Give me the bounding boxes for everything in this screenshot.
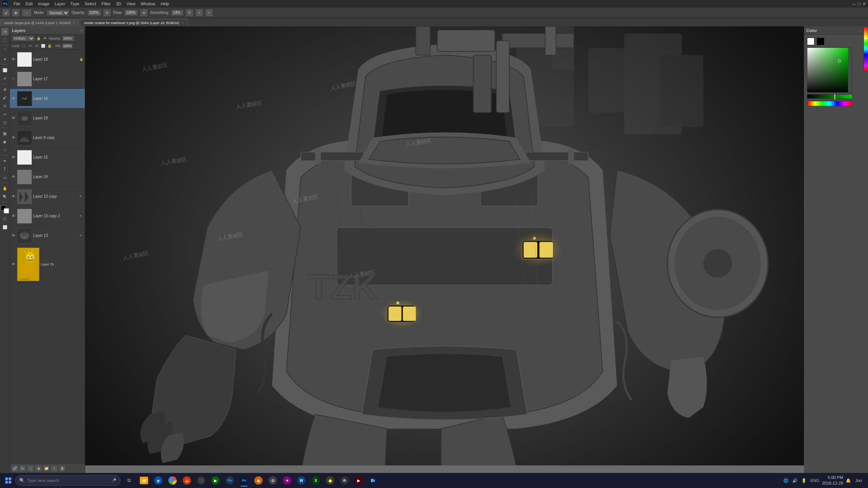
menu-help[interactable]: Help bbox=[161, 2, 170, 6]
shape-tool[interactable]: ▭ bbox=[1, 174, 9, 181]
menu-ps[interactable]: Ps bbox=[2, 0, 8, 7]
fill-value[interactable] bbox=[62, 43, 73, 49]
taskbar-app-11[interactable]: W bbox=[295, 474, 308, 487]
layer-item-18[interactable]: 👁 Layer 18 🔒 bbox=[10, 50, 85, 69]
taskbar-edge[interactable]: e bbox=[151, 474, 165, 487]
tab-2-close[interactable]: × bbox=[182, 21, 183, 25]
tab-2[interactable]: render octane for mainlover 2.png @ 264%… bbox=[80, 19, 188, 26]
lasso-tool[interactable]: ⌒ bbox=[1, 47, 9, 55]
layer-eye-25[interactable]: 👁 bbox=[11, 262, 16, 267]
add-style-icon[interactable]: fx bbox=[19, 465, 26, 472]
canvas-area[interactable]: TZK 09 bbox=[85, 26, 804, 473]
layer-eye-18[interactable]: 👁 bbox=[11, 57, 16, 62]
window-minimize[interactable]: – bbox=[853, 1, 856, 7]
history-brush-tool[interactable]: ↩ bbox=[1, 110, 9, 118]
taskbar-file-explorer[interactable]: 📁 bbox=[137, 474, 151, 487]
healing-tool[interactable]: ⊕ bbox=[1, 85, 9, 93]
add-group-icon[interactable]: 📁 bbox=[43, 465, 50, 472]
taskbar-app-15[interactable]: ▶ bbox=[352, 474, 365, 487]
taskbar-photoshop-active[interactable]: Ps bbox=[237, 474, 251, 487]
add-layer-icon[interactable]: + bbox=[51, 465, 58, 472]
layer-item-8copy[interactable]: 👁 Layer 8 copy bbox=[10, 128, 85, 148]
volume-icon[interactable]: 🔊 bbox=[791, 478, 799, 483]
layer-eye-13copy[interactable]: 👁 bbox=[11, 194, 16, 199]
task-view-button[interactable]: ⧉ bbox=[122, 474, 136, 487]
zoom-tool[interactable]: 🔍 bbox=[1, 193, 9, 200]
hue-spectrum[interactable] bbox=[863, 26, 868, 72]
layer-item-17[interactable]: 👁 Layer 17 bbox=[10, 69, 85, 89]
menu-3d[interactable]: 3D bbox=[116, 2, 121, 6]
menu-image[interactable]: Image bbox=[38, 2, 50, 6]
hand-tool[interactable]: ✋ bbox=[1, 185, 9, 192]
menu-edit[interactable]: Edit bbox=[26, 2, 33, 6]
color-gradient-box[interactable] bbox=[807, 47, 852, 93]
lock-transparent-icon[interactable]: ⬚ bbox=[21, 43, 27, 49]
brush-size-icon[interactable]: ○ bbox=[22, 9, 32, 17]
menu-window[interactable]: Window bbox=[141, 2, 155, 6]
crop-tool[interactable]: ⬜ bbox=[1, 66, 9, 74]
brush-preset-icon[interactable]: ◉ bbox=[12, 9, 20, 17]
layer-eye-17[interactable]: 👁 bbox=[11, 77, 16, 81]
smoothing-input[interactable] bbox=[171, 10, 183, 16]
layer-eye-16[interactable]: 👁 bbox=[11, 96, 16, 101]
smoothing-options-icon[interactable]: ⚙ bbox=[186, 9, 193, 17]
layer-eye-8copy[interactable]: 👁 bbox=[11, 136, 16, 140]
angle-icon[interactable]: ↗ bbox=[196, 9, 203, 17]
taskbar-chrome[interactable] bbox=[166, 474, 179, 487]
eyedropper-tool[interactable]: ✐ bbox=[1, 75, 9, 82]
magic-wand-tool[interactable]: ✦ bbox=[1, 55, 9, 63]
mode-select[interactable]: Normal bbox=[47, 10, 69, 16]
taskbar-app-13[interactable]: ◉ bbox=[323, 474, 337, 487]
add-adjustment-icon[interactable]: ◑ bbox=[35, 465, 42, 472]
menu-view[interactable]: View bbox=[127, 2, 136, 6]
network-icon[interactable]: 🌐 bbox=[782, 478, 790, 483]
pen-tool[interactable]: ✒ bbox=[1, 157, 9, 165]
taskbar-app-5[interactable]: ⬛ bbox=[194, 474, 208, 487]
eraser-tool[interactable]: ◻ bbox=[1, 119, 9, 126]
move-tool[interactable]: ✛ bbox=[1, 28, 9, 35]
taskbar-app-12[interactable]: X bbox=[309, 474, 322, 487]
taskbar-app-7[interactable]: Ps bbox=[223, 474, 237, 487]
delete-layer-icon[interactable]: 🗑 bbox=[59, 465, 66, 472]
taskbar-app-9[interactable]: ⊙ bbox=[266, 474, 280, 487]
layer-eye-13copy2[interactable]: 👁 bbox=[11, 214, 16, 218]
taskbar-app-4[interactable]: 🦊 bbox=[180, 474, 194, 487]
opacity-value[interactable] bbox=[62, 36, 74, 41]
window-restore[interactable]: □ bbox=[858, 2, 860, 6]
brush-tool[interactable]: 🖌 bbox=[1, 94, 9, 101]
lock-artboard-icon[interactable]: ⬜ bbox=[41, 43, 46, 49]
search-bar[interactable]: 🔍 Type here search 🎤 bbox=[15, 475, 121, 486]
selection-tool[interactable]: ⬚ bbox=[1, 36, 9, 44]
taskbar-app-10[interactable]: ✦ bbox=[280, 474, 294, 487]
hue-bar[interactable] bbox=[807, 101, 852, 106]
clone-tool[interactable]: ⊙ bbox=[1, 102, 9, 110]
battery-icon[interactable]: 🔋 bbox=[800, 478, 808, 483]
brush-tool-icon[interactable]: 🖌 bbox=[2, 9, 10, 17]
tab-1[interactable]: render target.pne @ 143% (Layer 1, RGB/8… bbox=[0, 19, 79, 26]
blur-tool[interactable]: ◉ bbox=[1, 138, 9, 145]
lock-position-icon[interactable]: ✛ bbox=[34, 43, 40, 49]
layer-item-13copy2[interactable]: 👁 Layer 13 copy 2 ◈ bbox=[10, 206, 85, 226]
blend-mode-select[interactable]: Multiply Normal Screen bbox=[12, 36, 35, 41]
taskbar-app-8[interactable]: ◈ bbox=[252, 474, 265, 487]
screen-mode-icon[interactable]: ⬜ bbox=[1, 223, 9, 231]
taskbar-app-16[interactable]: Br bbox=[366, 474, 380, 487]
opacity-input[interactable] bbox=[87, 10, 101, 16]
start-button[interactable] bbox=[2, 474, 15, 487]
menu-layer[interactable]: Layer bbox=[55, 2, 65, 6]
layer-eye-24[interactable]: 👁 bbox=[11, 175, 16, 179]
link-layers-icon[interactable]: 🔗 bbox=[11, 465, 18, 472]
flow-input[interactable] bbox=[124, 10, 138, 16]
layer-eye-18b[interactable]: 👁 bbox=[11, 116, 16, 120]
color-panel-minimize[interactable]: – bbox=[859, 28, 861, 33]
add-mask-icon[interactable]: ⬚ bbox=[27, 465, 34, 472]
layer-eye-13[interactable]: 👁 bbox=[11, 233, 16, 238]
menu-filter[interactable]: Filter bbox=[101, 2, 110, 6]
taskbar-app-14[interactable]: ⟳ bbox=[338, 474, 351, 487]
tab-1-close[interactable]: × bbox=[73, 21, 75, 25]
lock-all-icon[interactable]: 🔒 bbox=[47, 43, 52, 49]
language-icon[interactable]: ENG bbox=[809, 478, 821, 483]
layer-item-15[interactable]: 👁 Layer 15 bbox=[10, 148, 85, 167]
layer-eye-15[interactable]: 👁 bbox=[11, 155, 16, 160]
layer-item-18b[interactable]: 👁 Layer 18 bbox=[10, 108, 85, 128]
